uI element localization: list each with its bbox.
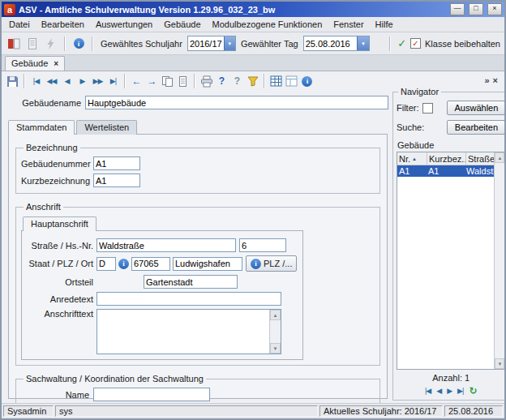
staat-input[interactable] (96, 257, 116, 271)
schuljahr-value-input[interactable] (188, 36, 224, 50)
document-icon[interactable] (24, 36, 41, 52)
menu-auswertungen[interactable]: Auswertungen (90, 18, 158, 31)
jump-forward-icon[interactable]: → (145, 74, 159, 88)
gebaeudenummer-input[interactable] (93, 156, 140, 170)
auswaehlen-button[interactable]: Auswählen (447, 101, 505, 115)
navigator-more-icon[interactable]: » (484, 76, 489, 84)
filter-icon[interactable] (246, 74, 259, 88)
toolbar-right-group: ✓ ✓ Klasse beibehalten (387, 36, 500, 51)
column-nr-label: Nr. (399, 154, 410, 164)
next-record-icon[interactable]: ▶ (447, 387, 452, 395)
toolbar-separator (124, 74, 126, 88)
form-view-icon[interactable] (285, 74, 298, 88)
app-window: a ASV - Amtliche Schulverwaltung Version… (0, 0, 506, 420)
menu-hilfe[interactable]: Hilfe (370, 18, 399, 31)
staat-label: Staat / PLZ / Ort (25, 259, 93, 268)
strasse-input[interactable] (96, 238, 236, 252)
table-scrollbar[interactable]: ▲ ▼ (494, 152, 504, 369)
maximize-button[interactable]: □ (469, 3, 483, 15)
table-row[interactable]: A1 A1 Waldstr... (397, 165, 504, 177)
first-record-icon[interactable]: |◀ (425, 387, 431, 395)
menu-modulbezogene-funktionen[interactable]: Modulbezogene Funktionen (207, 18, 328, 31)
toolbar-separator (194, 74, 195, 88)
tab-gebaeude[interactable]: Gebäude × (5, 56, 65, 71)
anredetext-label: Anredetext (25, 294, 93, 304)
sachwaltung-legend: Sachwaltung / Koordination der Sachwaltu… (24, 374, 206, 384)
previous-record-icon[interactable]: ◀ (60, 74, 74, 88)
tag-dropdown-icon[interactable]: ▼ (357, 36, 368, 50)
scroll-down-icon[interactable]: ▼ (270, 343, 281, 354)
tab-wertelisten[interactable]: Wertelisten (76, 120, 137, 135)
scroll-up-icon[interactable]: ▲ (270, 310, 281, 320)
statusbar-datum: 25.08.2016 (444, 405, 503, 417)
column-header-nr[interactable]: Nr. ▲ (397, 152, 427, 165)
ortsteil-label: Ortsteil (25, 277, 93, 287)
gebaeudename-label: Gebäudename (6, 98, 81, 108)
save-icon[interactable] (6, 74, 19, 88)
first-record-icon[interactable]: |◀ (29, 74, 43, 88)
menu-fenster[interactable]: Fenster (328, 18, 369, 31)
menu-datei[interactable]: Datei (3, 18, 36, 31)
column-header-kurzbez[interactable]: Kurzbez... (427, 152, 466, 165)
menu-bearbeiten[interactable]: Bearbeiten (36, 18, 90, 31)
new-record-icon[interactable] (176, 74, 190, 88)
confirm-check-icon[interactable]: ✓ (397, 37, 406, 49)
filter-checkbox[interactable] (422, 103, 433, 114)
print-icon[interactable] (199, 74, 213, 88)
plz-input[interactable] (131, 257, 170, 271)
minimize-button[interactable]: — (450, 3, 465, 15)
klasse-beibehalten-checkbox[interactable]: ✓ (410, 38, 421, 49)
next-record-icon[interactable]: ▶ (75, 74, 89, 88)
tab-stammdaten[interactable]: Stammdaten (8, 120, 75, 135)
navigator-close-icon[interactable]: × (493, 76, 498, 84)
plz-lookup-button[interactable]: i PLZ /... (246, 255, 297, 272)
rewind-records-icon[interactable]: ◀◀ (45, 74, 58, 88)
sachwaltung-name-input[interactable] (93, 388, 210, 401)
hausnummer-input[interactable] (239, 238, 286, 252)
anredetext-input[interactable] (96, 292, 281, 306)
ortsteil-input[interactable] (144, 275, 238, 289)
jump-back-icon[interactable]: ← (130, 74, 144, 88)
toolbar-separator (24, 74, 25, 88)
table-view-icon[interactable] (269, 74, 283, 88)
tag-value-input[interactable] (304, 36, 358, 50)
form-column: |◀ ◀◀ ◀ ▶ ▶▶ ▶| ← → ? ? (2, 71, 392, 403)
module-select-icon[interactable] (6, 36, 22, 52)
anredetext-row: Anredetext (25, 292, 299, 306)
statusbar-user: Sysadmin (3, 405, 54, 417)
previous-record-icon[interactable]: ◀ (436, 387, 441, 395)
run-module-icon[interactable] (43, 36, 59, 52)
last-record-icon[interactable]: ▶| (106, 74, 120, 88)
strasse-label: Straße / Hs.-Nr. (25, 241, 93, 251)
filter-label: Filter: (397, 103, 419, 113)
copy-record-icon[interactable] (161, 74, 174, 88)
last-record-icon[interactable]: ▶| (457, 387, 463, 395)
close-button[interactable]: × (487, 3, 502, 15)
anschrifttext-scrollbar[interactable]: ▲ ▼ (269, 310, 281, 354)
scroll-down-icon[interactable]: ▼ (495, 358, 504, 369)
refresh-icon[interactable]: ↻ (469, 385, 477, 396)
schuljahr-dropdown-icon[interactable]: ▼ (224, 36, 235, 50)
tag-combobox[interactable]: ▼ (303, 36, 370, 51)
kurzbezeichnung-input[interactable] (93, 174, 140, 187)
info-icon[interactable]: i (71, 36, 87, 52)
staat-info-icon[interactable]: i (118, 259, 129, 269)
record-info-icon[interactable]: i (300, 74, 314, 88)
tab-close-icon[interactable]: × (54, 60, 58, 67)
anschrifttext-label: Anschrifttext (25, 309, 93, 319)
gebaeudename-input[interactable] (85, 96, 388, 109)
bearbeiten-button[interactable]: Bearbeiten (447, 120, 505, 135)
schuljahr-combobox[interactable]: ▼ (187, 36, 236, 51)
cell-nr: A1 (397, 166, 427, 176)
schuljahr-label: Gewähltes Schuljahr (101, 39, 182, 49)
titlebar: a ASV - Amtliche Schulverwaltung Version… (2, 2, 504, 17)
forward-records-icon[interactable]: ▶▶ (91, 74, 105, 88)
help-icon[interactable]: ? (215, 74, 229, 88)
tab-hauptanschrift[interactable]: Hauptanschrift (23, 216, 96, 231)
menu-gebaeude[interactable]: Gebäude (158, 18, 206, 31)
ort-input[interactable] (173, 257, 242, 271)
context-help-icon[interactable]: ? (230, 74, 244, 88)
anschrifttext-textarea[interactable]: ▲ ▼ (96, 309, 281, 354)
scroll-up-icon[interactable]: ▲ (495, 152, 504, 163)
toolbar-separator (92, 36, 93, 51)
